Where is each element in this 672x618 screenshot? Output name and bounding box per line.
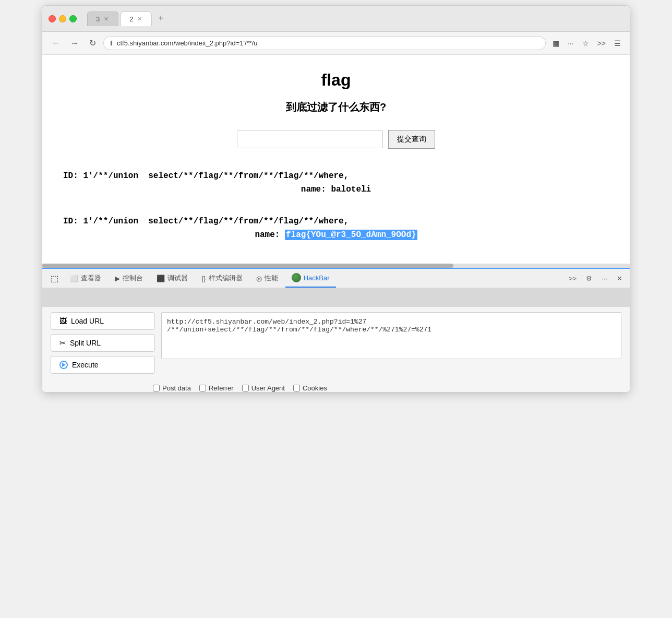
tab-hackbar[interactable]: HackBar (285, 269, 336, 288)
result-1-id: ID: 1'/**/union select/**/flag/**/from/*… (63, 170, 609, 183)
page-subtitle: 到底过滤了什么东西? (53, 100, 619, 114)
split-url-label: Split URL (70, 339, 101, 347)
viewer-label: 查看器 (81, 274, 101, 283)
security-icon: ℹ (110, 40, 113, 47)
page-title: flag (53, 70, 619, 90)
user-agent-checkbox-item: User Agent (242, 384, 285, 392)
content-scrollbar[interactable] (42, 264, 630, 268)
devtools-more-button[interactable]: ··· (598, 272, 610, 284)
reload-button[interactable]: ↻ (86, 36, 99, 50)
hackbar-button-group: 🖼 Load URL ✂ Split URL Execute (51, 312, 155, 374)
hackbar-icon (292, 273, 301, 282)
style-label: 样式编辑器 (209, 274, 243, 283)
scrollbar-thumb[interactable] (42, 264, 453, 268)
more-button[interactable]: ··· (565, 38, 577, 49)
tab-2[interactable]: 2 ✕ (121, 11, 152, 26)
execute-button[interactable]: Execute (51, 356, 155, 374)
user-agent-label: User Agent (251, 384, 285, 392)
hackbar-url-area: http://ctf5.shiyanbar.com/web/index_2.ph… (161, 312, 621, 361)
post-data-label: Post data (162, 384, 191, 392)
tab-viewer[interactable]: ⬜ 查看器 (64, 269, 107, 287)
split-url-button[interactable]: ✂ Split URL (51, 334, 155, 352)
execute-label: Execute (72, 361, 99, 369)
load-url-icon: 🖼 (59, 317, 67, 325)
split-url-icon: ✂ (59, 339, 66, 347)
perf-label: 性能 (265, 274, 278, 283)
result-2-name: name: flag{YOu_@r3_5O_dAmn_9OOd} (63, 229, 609, 242)
minimize-traffic-light[interactable] (59, 15, 66, 22)
more-tools-button[interactable]: >> (566, 272, 580, 284)
new-tab-button[interactable]: + (154, 11, 168, 26)
qr-code-button[interactable]: ▦ (550, 38, 562, 49)
devtools-close-button[interactable]: ✕ (614, 272, 626, 284)
load-url-button[interactable]: 🖼 Load URL (51, 312, 155, 330)
referrer-checkbox[interactable] (199, 385, 206, 391)
hackbar-content: 🖼 Load URL ✂ Split URL Execute (42, 307, 630, 379)
devtools-settings-button[interactable]: ⚙ (583, 272, 595, 284)
referrer-checkbox-item: Referrer (199, 384, 234, 392)
hackbar-checkboxes: Post data Referrer User Agent Cookies (42, 384, 630, 392)
bookmark-button[interactable]: ☆ (580, 38, 592, 49)
console-label: 控制台 (123, 274, 143, 283)
address-bar[interactable]: ℹ ctf5.shiyanbar.com/web/index_2.php?id=… (103, 36, 546, 50)
close-traffic-light[interactable] (49, 15, 56, 22)
debugger-label: 调试器 (167, 274, 188, 283)
menu-button[interactable]: ☰ (611, 38, 623, 49)
style-icon: {} (201, 275, 206, 282)
viewer-icon: ⬜ (70, 275, 78, 282)
play-triangle (62, 363, 66, 367)
perf-icon: ◎ (256, 275, 262, 282)
tab-2-close[interactable]: ✕ (137, 16, 142, 22)
tab-style-editor[interactable]: {} 样式编辑器 (195, 269, 249, 287)
hackbar-url-textarea[interactable]: http://ctf5.shiyanbar.com/web/index_2.ph… (161, 312, 621, 359)
tab-3-close[interactable]: ✕ (104, 16, 109, 22)
tab-3-label: 3 (96, 15, 100, 23)
inspector-cursor-icon[interactable]: ⬚ (46, 270, 63, 287)
devtools-tabbar: ⬚ ⬜ 查看器 ▶ 控制台 ⬛ 调试器 {} 样式编辑器 ◎ 性能 (42, 269, 630, 288)
hackbar-gray-bar (42, 288, 630, 307)
cookies-label: Cookies (303, 384, 327, 392)
hackbar-panel: 🖼 Load URL ✂ Split URL Execute (42, 288, 630, 392)
execute-play-icon (59, 361, 68, 369)
post-data-checkbox[interactable] (153, 385, 160, 391)
result-block-2: ID: 1'/**/union select/**/flag/**/from/*… (53, 210, 619, 247)
back-button[interactable]: ← (49, 37, 63, 50)
search-button[interactable]: 提交查询 (388, 130, 435, 149)
extensions-button[interactable]: >> (595, 38, 608, 49)
tab-3[interactable]: 3 ✕ (87, 11, 118, 26)
tab-2-label: 2 (129, 15, 133, 23)
user-agent-checkbox[interactable] (242, 385, 249, 391)
search-area: 提交查询 (53, 130, 619, 149)
cookies-checkbox-item: Cookies (293, 384, 327, 392)
load-url-label: Load URL (71, 317, 104, 325)
referrer-label: Referrer (209, 384, 234, 392)
debugger-icon: ⬛ (157, 275, 165, 282)
page-content: flag 到底过滤了什么东西? 提交查询 ID: 1'/**/union sel… (42, 55, 630, 264)
devtools-panel: ⬚ ⬜ 查看器 ▶ 控制台 ⬛ 调试器 {} 样式编辑器 ◎ 性能 (42, 268, 630, 392)
cookies-checkbox[interactable] (293, 385, 300, 391)
result-1-name: name: baloteli (63, 183, 609, 197)
flag-value: flag{YOu_@r3_5O_dAmn_9OOd} (285, 230, 417, 240)
hackbar-label: HackBar (304, 274, 330, 282)
tab-console[interactable]: ▶ 控制台 (109, 269, 149, 287)
result-block-1: ID: 1'/**/union select/**/flag/**/from/*… (53, 164, 619, 201)
tab-performance[interactable]: ◎ 性能 (250, 269, 284, 287)
console-icon: ▶ (115, 275, 120, 282)
forward-button[interactable]: → (67, 37, 82, 50)
tab-debugger[interactable]: ⬛ 调试器 (150, 269, 194, 287)
result-2-id: ID: 1'/**/union select/**/flag/**/from/*… (63, 215, 609, 229)
search-input[interactable] (237, 130, 383, 148)
post-data-checkbox-item: Post data (153, 384, 191, 392)
maximize-traffic-light[interactable] (69, 15, 77, 22)
url-display: ctf5.shiyanbar.com/web/index_2.php?id=1'… (117, 39, 539, 47)
